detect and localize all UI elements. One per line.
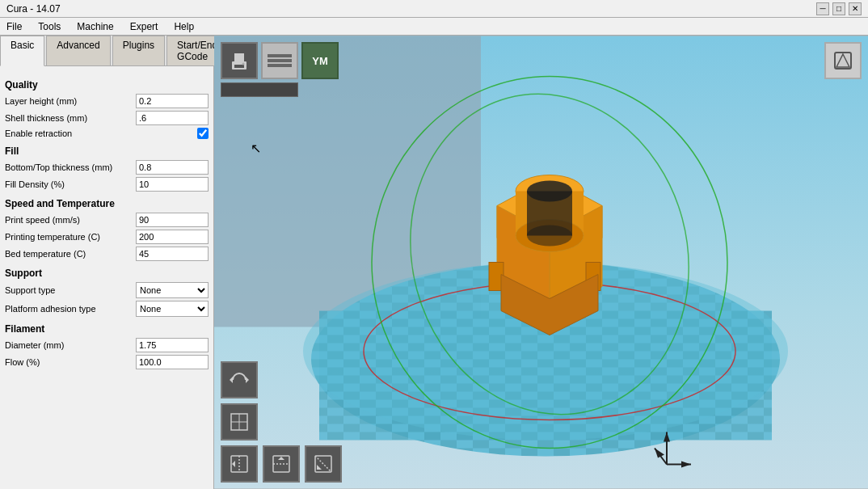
mirror-button-3[interactable] — [305, 445, 342, 483]
tab-advanced[interactable]: Advanced — [46, 36, 110, 65]
diameter-row: Diameter (mm) — [5, 338, 209, 352]
menu-tools[interactable]: Tools — [35, 19, 64, 34]
print-speed-input[interactable] — [136, 213, 209, 227]
scale-button[interactable] — [221, 403, 258, 441]
printing-temp-label: Printing temperature (C) — [5, 232, 136, 242]
shell-thickness-input[interactable] — [136, 111, 209, 125]
diameter-input[interactable] — [136, 338, 209, 352]
tab-basic[interactable]: Basic — [0, 36, 44, 66]
menu-help[interactable]: Help — [171, 19, 197, 34]
restore-button[interactable]: □ — [832, 2, 845, 15]
window-title: Cura - 14.07 — [6, 3, 61, 15]
layer-height-row: Layer height (mm) — [5, 94, 209, 108]
printing-temp-row: Printing temperature (C) — [5, 230, 209, 244]
print-speed-label: Print speed (mm/s) — [5, 215, 136, 225]
enable-retraction-checkbox[interactable] — [197, 128, 209, 139]
shell-thickness-label: Shell thickness (mm) — [5, 113, 136, 123]
flow-label: Flow (%) — [5, 357, 136, 367]
mirror-buttons — [221, 445, 342, 483]
svg-marker-37 — [836, 54, 849, 67]
enable-retraction-row: Enable retraction — [5, 128, 209, 139]
rotate-button[interactable] — [221, 361, 258, 398]
menu-expert[interactable]: Expert — [127, 19, 162, 34]
close-button[interactable]: ✕ — [849, 2, 862, 15]
platform-adhesion-select[interactable]: None Brim Raft — [136, 301, 209, 317]
svg-marker-45 — [232, 461, 235, 467]
tab-plugins[interactable]: Plugins — [112, 36, 165, 65]
menu-bar: File Tools Machine Expert Help — [0, 18, 868, 36]
layer-height-label: Layer height (mm) — [5, 96, 136, 106]
strip-bar — [221, 82, 298, 97]
fill-density-row: Fill Density (%) — [5, 177, 209, 192]
svg-rect-33 — [234, 53, 244, 62]
flow-row: Flow (%) — [5, 355, 209, 369]
menu-file[interactable]: File — [3, 19, 25, 34]
settings-panel: Quality Layer height (mm) Shell thicknes… — [0, 66, 213, 489]
title-bar: Cura - 14.07 ─ □ ✕ — [0, 0, 868, 18]
bottom-left-toolbar — [221, 361, 342, 483]
fill-header: Fill — [5, 145, 209, 157]
quality-header: Quality — [5, 79, 209, 91]
bottom-top-thickness-row: Bottom/Top thickness (mm) — [5, 160, 209, 175]
layer-height-input[interactable] — [136, 94, 209, 108]
tab-bar: Basic Advanced Plugins Start/End-GCode — [0, 36, 213, 66]
support-header: Support — [5, 268, 209, 279]
support-type-row: Support type None Touching buildplate Ev… — [5, 282, 209, 298]
fill-density-input[interactable] — [136, 177, 209, 192]
menu-machine[interactable]: Machine — [74, 19, 116, 34]
minimize-button[interactable]: ─ — [816, 2, 829, 15]
print-speed-row: Print speed (mm/s) — [5, 213, 209, 227]
left-panel: Basic Advanced Plugins Start/End-GCode Q… — [0, 36, 214, 489]
svg-rect-34 — [234, 65, 244, 68]
bottom-top-thickness-label: Bottom/Top thickness (mm) — [5, 162, 136, 172]
speed-temp-header: Speed and Temperature — [5, 198, 209, 209]
filament-header: Filament — [5, 323, 209, 335]
print-button[interactable] — [221, 42, 258, 79]
bottom-top-thickness-input[interactable] — [136, 160, 209, 175]
3d-viewport[interactable]: ↖ — [214, 36, 868, 489]
ym-button[interactable]: YM — [301, 42, 339, 79]
shell-thickness-row: Shell thickness (mm) — [5, 111, 209, 125]
bed-temp-row: Bed temperature (C) — [5, 247, 209, 261]
support-type-select[interactable]: None Touching buildplate Everywhere — [136, 282, 209, 298]
svg-marker-48 — [278, 457, 284, 460]
bed-temp-input[interactable] — [136, 247, 209, 261]
window-controls: ─ □ ✕ — [816, 2, 862, 15]
diameter-label: Diameter (mm) — [5, 340, 136, 350]
svg-marker-39 — [230, 377, 233, 383]
svg-marker-51 — [317, 465, 322, 470]
platform-adhesion-row: Platform adhesion type None Brim Raft — [5, 301, 209, 317]
fill-density-label: Fill Density (%) — [5, 179, 136, 189]
enable-retraction-label: Enable retraction — [5, 129, 197, 138]
svg-point-22 — [527, 226, 572, 247]
svg-point-35 — [242, 63, 245, 65]
svg-marker-38 — [246, 377, 249, 383]
printing-temp-input[interactable] — [136, 230, 209, 244]
flow-input[interactable] — [136, 355, 209, 369]
mirror-button-2[interactable] — [263, 445, 300, 483]
top-left-toolbar: YM — [221, 42, 339, 97]
mirror-button-1[interactable] — [221, 445, 258, 483]
main-layout: Basic Advanced Plugins Start/End-GCode Q… — [0, 36, 868, 489]
platform-adhesion-label: Platform adhesion type — [5, 304, 136, 314]
slice-button[interactable] — [261, 42, 298, 79]
support-type-label: Support type — [5, 285, 136, 295]
outline-button[interactable] — [824, 42, 862, 79]
bed-temp-label: Bed temperature (C) — [5, 249, 136, 259]
